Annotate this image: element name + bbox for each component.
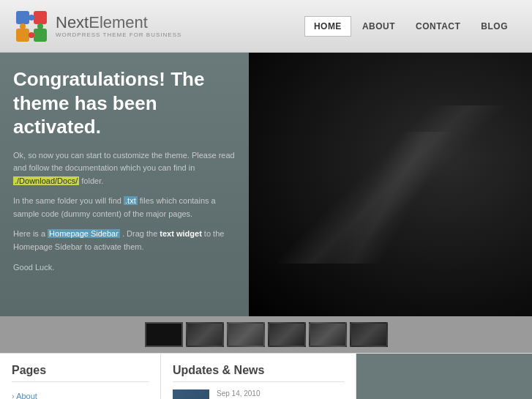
- hero-para2: In the same folder you will find .txt fi…: [13, 195, 236, 220]
- docs-link[interactable]: ./Download/Docs/: [13, 176, 79, 185]
- txt-link[interactable]: .txt: [124, 196, 138, 205]
- pages-column: Pages About Contact: [0, 354, 161, 399]
- thumb-2[interactable]: [186, 322, 224, 347]
- thumb-1[interactable]: [145, 322, 183, 347]
- thumb-4[interactable]: [268, 322, 306, 347]
- news-date: Sep 14, 2010: [217, 389, 331, 398]
- hero-body: Ok, so now you can start to customize th…: [13, 149, 236, 275]
- pages-about-link[interactable]: About: [12, 392, 37, 399]
- main-nav: HOME ABOUT CONTACT BLOG: [304, 16, 517, 37]
- news-title: Updates & News: [173, 364, 344, 382]
- svg-rect-3: [34, 29, 47, 42]
- bold-text: text widget: [160, 229, 201, 238]
- extra-column: [356, 354, 532, 399]
- logo-title-first: Next: [56, 13, 89, 31]
- nav-item-contact[interactable]: CONTACT: [406, 16, 470, 37]
- logo-area: NextElement WORDPRESS THEME FOR BUSINESS: [15, 10, 181, 43]
- logo-text-area: NextElement WORDPRESS THEME FOR BUSINESS: [56, 14, 181, 38]
- svg-rect-1: [34, 11, 47, 24]
- svg-point-7: [37, 23, 43, 29]
- svg-rect-0: [16, 11, 29, 24]
- thumbnail-strip: [0, 316, 532, 353]
- svg-rect-2: [16, 29, 29, 42]
- thumb-6[interactable]: [350, 322, 388, 347]
- header: NextElement WORDPRESS THEME FOR BUSINESS…: [0, 0, 532, 53]
- hero-slider: [249, 53, 532, 316]
- hero-left-panel: Congratulations! The theme has been acti…: [0, 53, 249, 316]
- news-content: Sep 14, 2010 Hello world! Welcome to Wor…: [217, 389, 331, 399]
- svg-point-6: [20, 23, 26, 29]
- nav-item-home[interactable]: HOME: [304, 16, 351, 37]
- logo-subtitle: WORDPRESS THEME FOR BUSINESS: [56, 31, 181, 38]
- hero-section: Congratulations! The theme has been acti…: [0, 53, 532, 316]
- hero-para4: Good Luck.: [13, 261, 236, 275]
- thumb-5[interactable]: [309, 322, 347, 347]
- svg-point-4: [29, 15, 34, 20]
- nav-item-about[interactable]: ABOUT: [353, 16, 405, 37]
- news-thumbnail: [173, 389, 209, 399]
- bottom-section: Pages About Contact Updates & News Sep 1…: [0, 353, 532, 399]
- sidebar-link[interactable]: Homepage Sidebar: [48, 229, 120, 238]
- list-item: About: [12, 389, 149, 399]
- nav-item-blog[interactable]: BLOG: [471, 16, 517, 37]
- news-column: Updates & News Sep 14, 2010 Hello world!…: [161, 354, 356, 399]
- hero-heading: Congratulations! The theme has been acti…: [13, 67, 236, 139]
- thumb-3[interactable]: [227, 322, 265, 347]
- svg-point-5: [29, 32, 34, 38]
- pages-title: Pages: [12, 364, 149, 382]
- pages-list: About Contact: [12, 389, 149, 399]
- logo-title-second: Element: [89, 13, 148, 31]
- hero-para3: Here is a Homepage Sidebar . Drag the te…: [13, 228, 236, 253]
- logo-title: NextElement: [56, 14, 181, 31]
- hero-para1: Ok, so now you can start to customize th…: [13, 149, 236, 188]
- news-item: Sep 14, 2010 Hello world! Welcome to Wor…: [173, 389, 344, 399]
- slider-main-image: [249, 53, 532, 316]
- logo-icon: [15, 10, 48, 43]
